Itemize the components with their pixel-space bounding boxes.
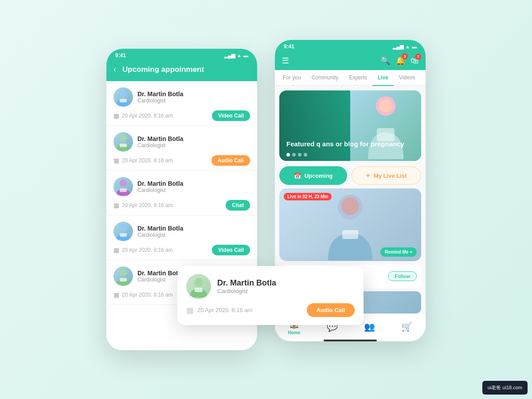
calendar-icon: ▦: [113, 202, 119, 209]
apt-date-text-5: 20 Apr 2020. 8:16 am: [122, 292, 173, 298]
search-icon[interactable]: 🔍: [380, 56, 390, 66]
calendar-icon-btn: 📅: [294, 172, 301, 179]
audio-call-button-1[interactable]: Audio Call: [211, 155, 250, 166]
floating-appointment-card: Dr. Martin Botla Cardiologist ▦ 20 Apr 2…: [177, 266, 364, 325]
status-icons-2: ▂▄▆ ▲ ▬: [393, 44, 417, 50]
appointment-item: Dr. Martin Botla Cardiologist ▦ 20 Apr 2…: [106, 215, 257, 260]
svg-point-10: [194, 278, 203, 287]
svg-rect-3: [120, 144, 127, 147]
doctor-name-4: Dr. Martin Botla: [137, 225, 183, 232]
calendar-icon: ▦: [113, 246, 119, 254]
status-bar-2: 9:41 ▂▄▆ ▲ ▬: [275, 40, 426, 51]
tab-experts[interactable]: Experts: [344, 70, 372, 85]
status-icons-1: ▂▄▆ ▲ ▬: [224, 53, 248, 59]
appointment-footer-2: ▦ 20 Apr 2020. 8:16 am Audio Call: [113, 155, 250, 166]
svg-rect-5: [120, 188, 127, 192]
calendar-icon: ▦: [113, 112, 119, 119]
people-icon: 👥: [364, 321, 375, 332]
time-2: 9:41: [284, 43, 294, 50]
battery-icon-2: ▬: [412, 44, 417, 49]
appointment-footer-1: ▦ 20 Apr 2020. 8:16 am Video Call: [113, 110, 250, 121]
page-title-1: Upcoming appoinment: [122, 65, 204, 74]
svg-rect-1: [120, 99, 127, 102]
floating-footer: ▦ 20 Apr 2020. 8:16 am Audio Call: [186, 303, 355, 317]
apt-date-text-3: 20 Apr 2020. 8:16 am: [122, 202, 173, 208]
video-call-button-1[interactable]: Video Call: [212, 110, 250, 121]
doctor-name-2: Dr. Martin Botla: [137, 135, 183, 142]
doctor-specialty-2: Cardiologist: [137, 142, 183, 149]
dot-3: [298, 153, 301, 156]
avatar-1: [113, 87, 133, 107]
signal-icon: ▂▄▆: [224, 53, 235, 59]
calendar-icon-float: ▦: [186, 305, 194, 315]
home-indicator: [324, 340, 377, 341]
doctor-info: Dr. Martin Botla Cardiologist: [113, 222, 250, 241]
doctor-text: Dr. Martin Botla Cardiologist: [137, 135, 183, 149]
wifi-icon-2: ▲: [405, 44, 410, 49]
header-icons: 🔍 🔔 3 🛍 7: [380, 56, 419, 66]
doctor-specialty-1: Cardiologist: [137, 98, 183, 104]
status-bar-1: 9:41 ▂▄▆ ▲ ▬: [106, 49, 257, 60]
upcoming-label: Upcoming: [305, 172, 333, 179]
avatar-2: [113, 132, 133, 152]
doctor-text: Dr. Martin Botla Cardiologist: [137, 180, 183, 193]
chat-button-1[interactable]: Chat: [226, 200, 250, 211]
doctor-specialty-5: Cardiologist: [137, 277, 183, 283]
video-call-button-2[interactable]: Video Call: [212, 245, 250, 255]
tab-for-you[interactable]: For you: [278, 70, 306, 85]
svg-point-0: [120, 90, 127, 97]
my-live-list-button[interactable]: + My Live List: [352, 166, 421, 185]
tab-community[interactable]: Community: [306, 70, 344, 85]
tab-videos[interactable]: Videos: [394, 70, 420, 85]
live-card-1: Live in 02 H, 23 Min Remind Me +: [279, 188, 421, 261]
phone2-header: ☰ 🔍 🔔 3 🛍 7: [275, 51, 426, 70]
doctor-text: Dr. Martin Botla Cardiologist: [137, 90, 183, 104]
featured-banner: Featured q ans or blog for pregnancy: [279, 90, 421, 161]
svg-point-4: [120, 180, 127, 187]
live-badge-1: Live in 02 H, 23 Min: [284, 193, 332, 200]
appointment-footer-3: ▦ 20 Apr 2020. 8:16 am Chat: [113, 200, 250, 211]
svg-rect-9: [120, 278, 127, 282]
banner-text: Featured q ans or blog for pregnancy: [286, 139, 404, 149]
back-button[interactable]: ‹: [113, 65, 116, 74]
signal-icon-2: ▂▄▆: [393, 44, 403, 50]
apt-date-4: ▦ 20 Apr 2020. 8:16 am: [113, 246, 173, 254]
dot-1: [286, 153, 290, 156]
phones-container: 9:41 ▂▄▆ ▲ ▬ ‹ Upcoming appoinment: [106, 49, 426, 350]
floating-audio-call-button[interactable]: Audio Call: [307, 303, 355, 317]
doctor-name-5: Dr. Martin Botla: [137, 270, 183, 277]
appointment-footer-4: ▦ 20 Apr 2020. 8:16 am Video Call: [113, 245, 250, 255]
svg-rect-17: [342, 230, 358, 239]
remind-label: Remind Me +: [385, 250, 412, 254]
nav-tabs: For you Community Experts Live Videos: [275, 70, 426, 86]
apt-date-5: ▦ 20 Apr 2020. 8:16 am: [113, 291, 173, 298]
svg-point-8: [120, 269, 127, 276]
nav-item-people[interactable]: 👥: [364, 321, 375, 332]
doctor-info: Dr. Martin Botla Cardiologist: [113, 87, 250, 107]
tab-live[interactable]: Live: [372, 70, 394, 85]
floating-date-text: 20 Apr 2020. 8:16 am: [197, 307, 252, 313]
avatar-3: [113, 177, 133, 196]
doctor-text: Dr. Martin Botla Cardiologist: [137, 225, 183, 238]
remind-me-button[interactable]: Remind Me +: [380, 247, 417, 257]
svg-rect-11: [195, 288, 203, 292]
upcoming-button[interactable]: 📅 Upcoming: [279, 166, 347, 185]
notification-bell[interactable]: 🔔 3: [395, 56, 405, 66]
floating-doctor-row: Dr. Martin Botla Cardiologist: [186, 274, 355, 299]
appointment-item: Dr. Martin Botla Cardiologist ▦ 20 Apr 2…: [106, 171, 257, 215]
doctor-specialty-4: Cardiologist: [137, 232, 183, 238]
calendar-icon: ▦: [113, 157, 119, 164]
dot-2: [292, 153, 296, 156]
home-label: Home: [288, 330, 301, 335]
nav-item-cart[interactable]: 🛒: [401, 321, 412, 332]
doctor-info: Dr. Martin Botla Cardiologist: [113, 177, 250, 196]
follow-button[interactable]: Follow: [388, 271, 417, 281]
floating-date: ▦ 20 Apr 2020. 8:16 am: [186, 305, 252, 315]
doctor-specialty-3: Cardiologist: [137, 187, 183, 193]
cart-button[interactable]: 🛍 7: [411, 56, 419, 66]
floating-doctor-name: Dr. Martin Botla: [217, 278, 276, 288]
plus-icon: +: [366, 172, 370, 180]
dot-4: [304, 153, 307, 156]
menu-icon[interactable]: ☰: [282, 56, 289, 66]
wifi-icon: ▲: [237, 53, 242, 58]
